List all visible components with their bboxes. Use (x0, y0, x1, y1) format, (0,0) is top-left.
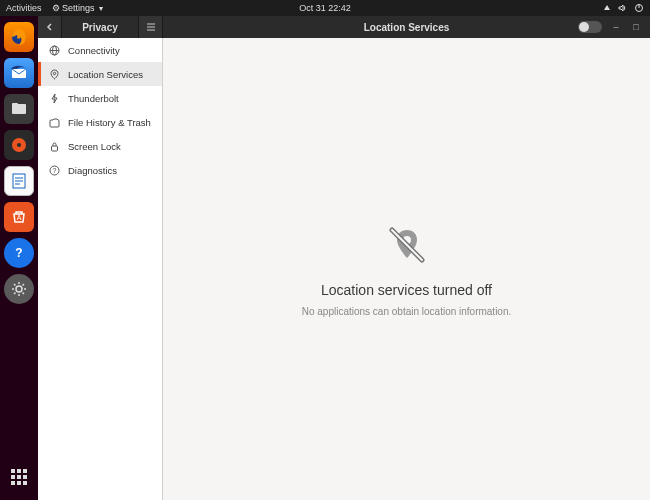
maximize-button[interactable]: □ (630, 21, 642, 33)
sidebar-item-screen-lock[interactable]: Screen Lock (38, 134, 162, 158)
dock-help[interactable]: ? (4, 238, 34, 268)
pin-icon (48, 69, 60, 80)
sidebar-item-label: File History & Trash (68, 117, 151, 128)
volume-icon (618, 3, 628, 13)
sidebar-item-diagnostics[interactable]: ?Diagnostics (38, 158, 162, 182)
top-panel: Activities ⚙ Settings ▾ Oct 31 22:42 (0, 0, 650, 16)
lock-icon (48, 141, 60, 152)
svg-point-29 (53, 72, 55, 74)
dock-settings[interactable] (4, 274, 34, 304)
svg-text:A: A (17, 214, 22, 221)
sidebar-item-label: Thunderbolt (68, 93, 119, 104)
svg-line-22 (23, 284, 25, 286)
svg-point-7 (17, 143, 21, 147)
empty-state-heading: Location services turned off (321, 282, 492, 298)
location-off-icon (384, 222, 430, 268)
dock-writer[interactable] (4, 166, 34, 196)
activities-button[interactable]: Activities (6, 3, 42, 13)
sidebar-item-label: Connectivity (68, 45, 120, 56)
back-button[interactable] (38, 16, 62, 38)
show-applications[interactable] (4, 462, 34, 492)
sidebar-item-location-services[interactable]: Location Services (38, 62, 162, 86)
dock-firefox[interactable] (4, 22, 34, 52)
svg-rect-5 (12, 103, 18, 106)
app-menu-label: Settings (62, 3, 95, 13)
headerbar: Privacy Location Services – □ (38, 16, 650, 38)
dock-rhythmbox[interactable] (4, 130, 34, 160)
page-title: Location Services (364, 22, 450, 33)
minimize-button[interactable]: – (610, 21, 622, 33)
dock: A ? (0, 16, 38, 500)
sidebar-item-file-history-trash[interactable]: File History & Trash (38, 110, 162, 134)
svg-line-21 (14, 293, 16, 295)
chevron-down-icon: ▾ (99, 4, 103, 13)
sidebar-item-label: Diagnostics (68, 165, 117, 176)
location-toggle[interactable] (578, 21, 602, 33)
dock-files[interactable] (4, 94, 34, 124)
dock-software[interactable]: A (4, 202, 34, 232)
content-pane: Location services turned off No applicat… (163, 38, 650, 500)
svg-point-14 (16, 286, 22, 292)
app-menu[interactable]: ⚙ Settings ▾ (52, 3, 104, 13)
history-icon (48, 117, 60, 128)
diag-icon: ? (48, 165, 60, 176)
svg-line-20 (23, 293, 25, 295)
privacy-sidebar: ConnectivityLocation ServicesThunderbolt… (38, 38, 163, 500)
svg-rect-30 (51, 146, 57, 151)
sidebar-title: Privacy (62, 22, 138, 33)
svg-text:?: ? (52, 167, 56, 174)
svg-line-19 (14, 284, 16, 286)
sidebar-item-label: Location Services (68, 69, 143, 80)
sidebar-item-connectivity[interactable]: Connectivity (38, 38, 162, 62)
dock-thunderbird[interactable] (4, 58, 34, 88)
network-icon (602, 3, 612, 13)
sidebar-item-label: Screen Lock (68, 141, 121, 152)
svg-text:?: ? (15, 246, 22, 260)
settings-window: Privacy Location Services – □ Connectivi… (38, 16, 650, 500)
gear-icon: ⚙ (52, 3, 60, 13)
clock[interactable]: Oct 31 22:42 (299, 3, 351, 13)
sidebar-item-thunderbolt[interactable]: Thunderbolt (38, 86, 162, 110)
empty-state-subtext: No applications can obtain location info… (302, 306, 512, 317)
power-icon (634, 3, 644, 13)
system-tray[interactable] (602, 3, 644, 13)
hamburger-button[interactable] (138, 16, 162, 38)
bolt-icon (48, 93, 60, 104)
globe-icon (48, 45, 60, 56)
